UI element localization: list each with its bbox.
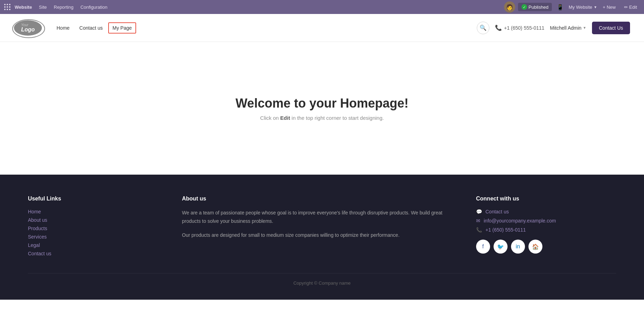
heading-bold-text: Homepage! bbox=[340, 96, 408, 110]
admin-user-caret-icon: ▼ bbox=[583, 26, 586, 30]
my-website-button[interactable]: My Website ▼ bbox=[569, 5, 597, 10]
site-header: Your Logo Home Contact us My Page 🔍 📞 +1… bbox=[0, 14, 644, 42]
site-nav-item[interactable]: Site bbox=[36, 3, 50, 11]
main-subtitle: Click on Edit in the top right corner to… bbox=[260, 115, 384, 121]
footer-bottom: Copyright © Company name bbox=[28, 273, 616, 286]
useful-links-list: Home About us Products Services Legal Co… bbox=[28, 209, 168, 256]
list-item: Home bbox=[28, 209, 168, 214]
connect-email: ✉ info@yourcompany.example.com bbox=[476, 218, 616, 224]
admin-user-menu[interactable]: Mitchell Admin ▼ bbox=[550, 25, 586, 31]
footer-link-contact[interactable]: Contact us bbox=[28, 251, 51, 256]
contact-us-button[interactable]: Contact Us bbox=[592, 22, 630, 34]
connect-phone-link[interactable]: +1 (650) 555-0111 bbox=[486, 227, 526, 233]
email-icon: ✉ bbox=[476, 218, 480, 224]
footer-connect: Connect with us 💬 Contact us ✉ info@your… bbox=[476, 196, 616, 259]
connect-contact: 💬 Contact us bbox=[476, 209, 616, 214]
logo-logo-text: Logo bbox=[21, 27, 35, 32]
new-button[interactable]: + New bbox=[600, 3, 619, 11]
published-badge[interactable]: ✓ Published bbox=[518, 3, 552, 11]
site-header-right: 🔍 📞 +1 (650) 555-0111 Mitchell Admin ▼ C… bbox=[477, 22, 630, 34]
logo-image[interactable]: Your Logo bbox=[14, 20, 42, 36]
connect-phone-icon: 📞 bbox=[476, 227, 482, 233]
connect-phone: 📞 +1 (650) 555-0111 bbox=[476, 227, 616, 233]
chat-icon: 💬 bbox=[476, 209, 482, 214]
useful-links-heading: Useful Links bbox=[28, 196, 168, 202]
nav-contact-us[interactable]: Contact us bbox=[75, 22, 107, 34]
footer-link-home[interactable]: Home bbox=[28, 209, 41, 214]
linkedin-button[interactable]: in bbox=[511, 240, 525, 254]
home-social-button[interactable]: 🏠 bbox=[528, 240, 542, 254]
list-item: Contact us bbox=[28, 251, 168, 256]
footer-grid: Useful Links Home About us Products Serv… bbox=[28, 196, 616, 259]
published-label: Published bbox=[528, 5, 548, 10]
logo-your-text: Your bbox=[21, 23, 28, 27]
footer-useful-links: Useful Links Home About us Products Serv… bbox=[28, 196, 168, 259]
footer-link-about[interactable]: About us bbox=[28, 217, 47, 223]
admin-user-label: Mitchell Admin bbox=[550, 25, 582, 31]
configuration-nav-item[interactable]: Configuration bbox=[77, 3, 110, 11]
list-item: About us bbox=[28, 217, 168, 223]
list-item: Products bbox=[28, 226, 168, 231]
search-icon: 🔍 bbox=[480, 24, 487, 31]
phone-area: 📞 +1 (650) 555-0111 bbox=[495, 24, 545, 31]
footer-about-us: About us We are a team of passionate peo… bbox=[182, 196, 462, 259]
social-buttons: f 🐦 in 🏠 bbox=[476, 240, 616, 254]
about-us-heading: About us bbox=[182, 196, 462, 202]
edit-button[interactable]: ✏ Edit bbox=[621, 3, 640, 11]
phone-icon: 📞 bbox=[495, 24, 502, 31]
logo-area[interactable]: Your Logo bbox=[14, 20, 42, 36]
connect-email-link[interactable]: info@yourcompany.example.com bbox=[484, 218, 556, 224]
about-us-paragraph-1: We are a team of passionate people whose… bbox=[182, 209, 462, 226]
list-item: Services bbox=[28, 234, 168, 240]
nav-my-page[interactable]: My Page bbox=[108, 22, 136, 34]
footer-link-products[interactable]: Products bbox=[28, 226, 47, 231]
facebook-button[interactable]: f bbox=[476, 240, 490, 254]
copyright-text: Copyright © Company name bbox=[293, 280, 350, 286]
connect-heading: Connect with us bbox=[476, 196, 616, 202]
site-footer: Useful Links Home About us Products Serv… bbox=[0, 175, 644, 300]
mobile-view-icon[interactable]: 📱 bbox=[555, 3, 566, 11]
website-nav-item[interactable]: Website bbox=[12, 3, 35, 11]
list-item: Legal bbox=[28, 242, 168, 248]
main-heading: Welcome to your Homepage! bbox=[236, 96, 408, 111]
admin-bar: Website Site Reporting Configuration 🧑 ✓… bbox=[0, 0, 644, 14]
main-content: Welcome to your Homepage! Click on Edit … bbox=[0, 42, 644, 175]
connect-contact-link[interactable]: Contact us bbox=[486, 209, 509, 214]
apps-grid-icon[interactable] bbox=[4, 4, 10, 10]
reporting-nav-item[interactable]: Reporting bbox=[51, 3, 76, 11]
about-us-paragraph-2: Our products are designed for small to m… bbox=[182, 231, 462, 240]
heading-normal-text: Welcome to your bbox=[236, 96, 340, 110]
nav-home[interactable]: Home bbox=[52, 22, 74, 34]
published-check-icon: ✓ bbox=[521, 4, 527, 10]
footer-link-legal[interactable]: Legal bbox=[28, 242, 40, 248]
phone-number: +1 (650) 555-0111 bbox=[504, 25, 545, 31]
site-nav: Home Contact us My Page bbox=[52, 22, 477, 34]
footer-link-services[interactable]: Services bbox=[28, 234, 47, 240]
admin-avatar[interactable]: 🧑 bbox=[504, 1, 515, 13]
twitter-button[interactable]: 🐦 bbox=[494, 240, 508, 254]
search-button[interactable]: 🔍 bbox=[477, 22, 489, 34]
